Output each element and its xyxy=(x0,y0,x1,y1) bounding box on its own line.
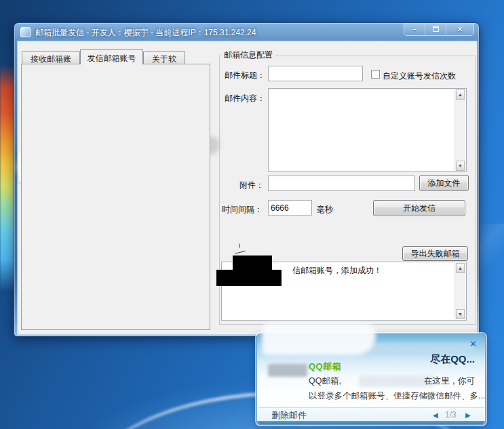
attachment-input[interactable] xyxy=(268,176,415,191)
interval-unit-label: 毫秒 xyxy=(317,204,333,216)
client-area: 接收邮箱账号 发信邮箱账号 关于软件 邮箱账号 邮箱授权码 SMTP服务器 sm… xyxy=(18,41,477,334)
minimize-icon[interactable]: – xyxy=(404,23,425,35)
redaction-box xyxy=(233,256,272,271)
page-indicator: 1/3 xyxy=(445,410,457,420)
window-controls: – ✕ xyxy=(404,23,474,36)
mail-config-title: 邮箱信息配置 xyxy=(221,49,275,61)
export-failed-button[interactable]: 导出失败邮箱 xyxy=(402,246,468,261)
subject-input[interactable] xyxy=(268,66,363,81)
interval-label: 时间间隔： xyxy=(222,204,263,216)
subject-label: 邮件标题： xyxy=(225,70,265,81)
nav-next-icon[interactable]: ▶ xyxy=(465,411,471,419)
app-window: 邮箱批量发信 - 开发人：樱振宇 - 当前进程IP：175.31.242.24 … xyxy=(14,22,480,337)
log-message: 信邮箱账号，添加成功！ xyxy=(292,265,382,277)
maximize-icon[interactable] xyxy=(425,23,446,35)
log-scrollbar[interactable]: ▲ ▼ xyxy=(454,263,465,319)
popup-bottom-strip xyxy=(257,421,485,424)
tab-about[interactable]: 关于软件 xyxy=(143,52,185,64)
popup-intro-left: QQ邮箱, xyxy=(309,375,341,387)
desktop-wallpaper: 邮箱批量发信 - 开发人：樱振宇 - 当前进程IP：175.31.242.24 … xyxy=(0,0,504,429)
popup-description: 以登录多个邮箱账号、便捷存储微信邮件、多... xyxy=(309,390,485,402)
scroll-down-icon[interactable]: ▼ xyxy=(456,309,465,319)
scroll-up-icon[interactable]: ▲ xyxy=(456,89,465,100)
redaction-box xyxy=(216,270,282,286)
qq-mail-logo: QQ邮箱 xyxy=(309,361,341,373)
popup-footer: 删除邮件 ◀ 1/3 ▶ xyxy=(258,408,484,422)
blur-artifact xyxy=(359,342,474,352)
close-icon[interactable]: ✕ xyxy=(446,23,473,35)
titlebar[interactable]: 邮箱批量发信 - 开发人：樱振宇 - 当前进程IP：175.31.242.24 … xyxy=(14,23,479,41)
send-accounts-panel xyxy=(21,64,210,330)
content-scrollbar[interactable]: ▲ ▼ xyxy=(454,89,465,171)
content-label: 邮件内容： xyxy=(225,93,265,104)
content-textarea[interactable]: ▲ ▼ xyxy=(268,88,467,172)
start-sending-button[interactable]: 开始发信 xyxy=(373,200,465,216)
window-title: 邮箱批量发信 - 开发人：樱振宇 - 当前进程IP：175.31.242.24 xyxy=(35,27,256,39)
tab-receive-accounts[interactable]: 接收邮箱账号 xyxy=(22,52,80,64)
attachment-label: 附件： xyxy=(239,180,264,191)
scroll-up-icon[interactable]: ▲ xyxy=(456,263,465,273)
app-icon xyxy=(20,27,31,37)
delete-mail-link[interactable]: 删除邮件 xyxy=(271,409,307,422)
custom-count-checkbox[interactable] xyxy=(371,70,380,79)
popup-headline: 尽在QQ... xyxy=(430,353,475,366)
popup-intro-right: 在这里，你可 xyxy=(424,375,475,387)
scroll-down-icon[interactable]: ▼ xyxy=(456,161,465,171)
white-artifact-blob xyxy=(262,323,376,355)
custom-count-label: 自定义账号发信次数 xyxy=(383,70,456,82)
add-file-button[interactable]: 添加文件 xyxy=(419,175,469,191)
tab-send-accounts[interactable]: 发信邮箱账号 xyxy=(80,49,143,64)
redacted-avatar xyxy=(268,364,307,377)
popup-close-icon[interactable]: ✕ xyxy=(469,339,477,349)
interval-input[interactable] xyxy=(268,200,312,216)
nav-prev-icon[interactable]: ◀ xyxy=(433,411,438,419)
